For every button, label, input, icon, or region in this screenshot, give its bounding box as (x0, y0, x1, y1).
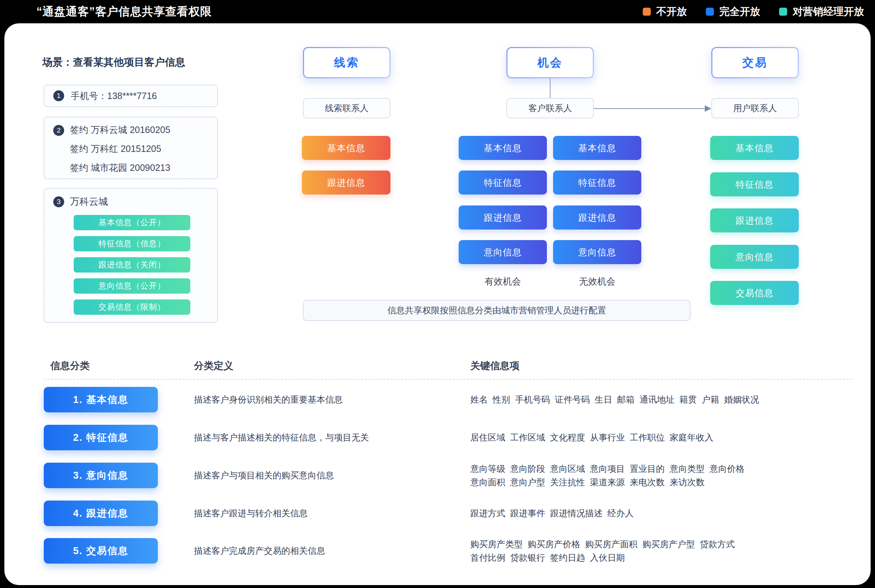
node-lead: 线索 (303, 47, 391, 78)
invalid-chip-follow: 跟进信息 (553, 206, 641, 230)
opportunity-contact-box: 客户联系人 (507, 98, 594, 118)
project-chip-follow: 跟进信息（关闭） (74, 257, 190, 273)
table-header-keys: 关键信息项 (470, 359, 520, 372)
lead-chip-basic: 基本信息 (302, 136, 391, 160)
legend-label-open: 完全开放 (719, 5, 760, 19)
table-header-definition: 分类定义 (194, 359, 233, 372)
definition-text: 描述客户与项目相关的购买意向信息 (194, 470, 334, 481)
node-deal: 交易 (711, 47, 799, 78)
table-row: 2. 特征信息 描述与客户描述相关的特征信息，与项目无关 居住区域 工作区域 文… (44, 425, 857, 450)
step-badge-3: 3 (53, 196, 64, 207)
deal-chip-feature: 特征信息 (710, 172, 799, 196)
definition-text: 描述客户跟进与转介相关信息 (194, 507, 308, 519)
valid-chip-follow: 跟进信息 (459, 206, 547, 230)
key-items-text: 意向等级 意向阶段 意向区域 意向项目 置业目的 意向类型 意向价格 意向面积 … (470, 462, 744, 489)
key-items-text: 姓名 性别 手机号码 证件号码 生日 邮箱 通讯地址 籍贯 户籍 婚姻状况 (470, 393, 759, 406)
valid-chip-feature: 特征信息 (459, 171, 547, 195)
deal-chip-basic: 基本信息 (710, 136, 799, 160)
legend-swatch-blue (706, 8, 714, 16)
category-badge-follow: 4. 跟进信息 (44, 501, 158, 526)
category-badge-intent: 3. 意向信息 (44, 463, 158, 488)
table-header-category: 信息分类 (50, 359, 90, 372)
scenario-step-contracts: 2 签约 万科云城 20160205 签约 万科红 20151205 签约 城市… (44, 117, 218, 179)
valid-chip-basic: 基本信息 (459, 136, 547, 160)
contract-line: 签约 城市花园 20090213 (70, 158, 217, 177)
legend-item-manager: 对营销经理开放 (779, 5, 864, 19)
node-opportunity: 机会 (507, 47, 594, 78)
table-row: 3. 意向信息 描述客户与项目相关的购买意向信息 意向等级 意向阶段 意向区域 … (44, 463, 857, 488)
invalid-chip-feature: 特征信息 (553, 171, 641, 195)
category-badge-feature: 2. 特征信息 (44, 425, 158, 450)
valid-opportunity-label: 有效机会 (459, 275, 547, 288)
valid-chip-intent: 意向信息 (459, 240, 547, 264)
invalid-chip-intent: 意向信息 (553, 240, 641, 264)
table-row: 1. 基本信息 描述客户身份识别相关的重要基本信息 姓名 性别 手机号码 证件号… (44, 387, 857, 412)
key-items-text: 跟进方式 跟进事件 跟进情况描述 经办人 (470, 506, 634, 520)
page-title: “通盘通客”客户信息共享查看权限 (36, 4, 212, 19)
step-badge-1: 1 (53, 90, 64, 101)
project-header: 3 万科云城 (53, 195, 108, 208)
arrow-line (594, 108, 705, 109)
table-header-divider (44, 379, 852, 380)
scenario-title: 场景：查看某其他项目客户信息 (42, 56, 185, 69)
contact-arrow (594, 108, 711, 109)
scenario-step-phone: 1 手机号：138****7716 (44, 84, 218, 107)
config-note: 信息共享权限按照信息分类由城市营销管理人员进行配置 (303, 300, 690, 321)
legend-swatch-orange (643, 8, 651, 16)
contract-lines: 签约 万科云城 20160205 签约 万科红 20151205 签约 城市花园… (45, 120, 217, 177)
legend-swatch-teal (779, 8, 787, 16)
definition-text: 描述客户完成房产交易的相关信息 (194, 545, 325, 556)
project-chip-basic: 基本信息（公开） (74, 215, 190, 230)
key-items-text: 居住区域 工作区域 文化程度 从事行业 工作职位 家庭年收入 (470, 430, 714, 444)
definition-text: 描述客户身份识别相关的重要基本信息 (194, 394, 343, 405)
legend-item-open: 完全开放 (706, 5, 760, 19)
table-row: 5. 交易信息 描述客户完成房产交易的相关信息 购买房产类型 购买房产价格 购买… (44, 538, 857, 564)
lead-chip-follow: 跟进信息 (302, 171, 391, 195)
legend: 不开放 完全开放 对营销经理开放 (643, 5, 864, 19)
deal-contact-box: 用户联系人 (711, 98, 799, 118)
opportunity-connector-line (550, 78, 550, 98)
arrow-head-icon (705, 105, 711, 112)
top-bar: “通盘通客”客户信息共享查看权限 不开放 完全开放 对营销经理开放 (0, 0, 875, 23)
category-badge-deal: 5. 交易信息 (44, 538, 158, 564)
lead-contact-box: 线索联系人 (303, 98, 391, 118)
key-items-text: 购买房产类型 购买房产价格 购买房产面积 购买房产户型 贷款方式 首付比例 贷款… (470, 537, 735, 564)
table-row: 4. 跟进信息 描述客户跟进与转介相关信息 跟进方式 跟进事件 跟进情况描述 经… (44, 501, 857, 526)
scenario-step-project: 3 万科云城 基本信息（公开） 特征信息（信息） 跟进信息（关闭） 意向信息（公… (44, 188, 218, 323)
legend-item-closed: 不开放 (643, 5, 687, 19)
legend-label-closed: 不开放 (656, 5, 687, 19)
invalid-chip-basic: 基本信息 (553, 136, 641, 160)
deal-chip-follow: 跟进信息 (710, 208, 799, 232)
deal-chip-deal: 交易信息 (710, 281, 799, 305)
contract-line: 签约 万科云城 20160205 (70, 120, 217, 139)
node-deal-label: 交易 (713, 48, 798, 77)
invalid-opportunity-label: 无效机会 (553, 275, 641, 288)
node-opportunity-label: 机会 (508, 48, 593, 77)
step-badge-2: 2 (53, 125, 64, 136)
definition-text: 描述与客户描述相关的特征信息，与项目无关 (194, 432, 369, 443)
contract-line: 签约 万科红 20151205 (70, 139, 217, 158)
node-lead-label: 线索 (304, 48, 389, 77)
legend-label-manager: 对营销经理开放 (792, 5, 864, 19)
category-badge-basic: 1. 基本信息 (44, 387, 158, 412)
phone-text: 手机号：138****7716 (71, 90, 157, 102)
project-chip-deal: 交易信息（限制） (74, 300, 190, 315)
project-chip-intent: 意向信息（公开） (74, 278, 190, 294)
main-panel: 场景：查看某其他项目客户信息 1 手机号：138****7716 2 签约 万科… (5, 23, 870, 585)
deal-chip-intent: 意向信息 (710, 245, 799, 269)
project-chip-feature: 特征信息（信息） (74, 236, 190, 251)
project-name: 万科云城 (70, 195, 108, 208)
